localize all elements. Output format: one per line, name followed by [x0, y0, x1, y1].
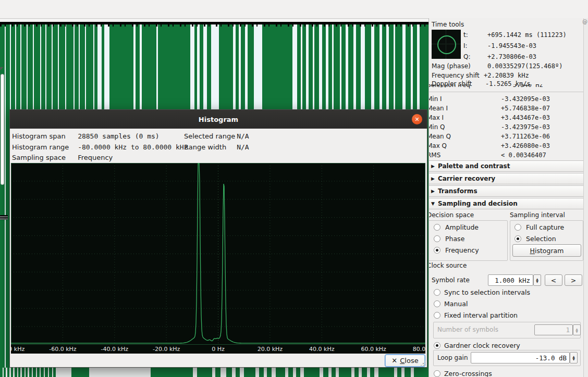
waterfall-signal-stripe — [267, 368, 272, 377]
axis-tick-label: -20.0 kHz — [153, 346, 180, 353]
stat-rms-label: RMS — [428, 152, 440, 159]
inspector-panel: Time tools t: +695.1442 ms (111223) I: -… — [428, 18, 583, 377]
symbol-rate-label: Symbol rate — [432, 277, 470, 284]
radio-amplitude[interactable] — [434, 224, 440, 231]
waterfall-signal-stripe — [332, 368, 336, 377]
q-value: +2.730806e-03 — [487, 53, 536, 60]
radio-sync-to-selection[interactable] — [434, 289, 440, 296]
symbol-rate-spinner[interactable]: ▲▼ — [533, 274, 541, 286]
waterfall-signal-stripe — [4, 368, 6, 377]
waterfall-signal-stripe — [397, 368, 401, 377]
histogram-plot[interactable]: -80.0 kHz-60.0 kHz-40.0 kHz-20.0 kHz0 Hz… — [11, 163, 425, 354]
section-label: Sampling and decision — [438, 200, 518, 207]
selection-freq-row-clipped: Selection freq 5.540 Hz — [429, 84, 583, 90]
waterfall-signal-stripe — [26, 368, 28, 377]
selection-freq-value: 5.540 Hz — [513, 84, 543, 89]
close-icon[interactable]: ✕ — [412, 114, 422, 124]
axis-tick-label: 20.0 kHz — [258, 346, 283, 353]
waterfall-signal-stripe — [339, 368, 351, 377]
radio-selection[interactable] — [514, 235, 521, 242]
waterfall-signal-stripe — [37, 368, 40, 377]
waterfall-signal-stripe — [354, 368, 359, 377]
waterfall-signal-stripe — [370, 368, 374, 377]
axis-tick-label: -80.0 kHz — [11, 346, 24, 353]
waterfall-signal-stripe — [197, 368, 212, 377]
stat-max-q-value: +3.426080e-03 — [501, 142, 550, 149]
waterfall-noise-edge2 — [0, 24, 428, 27]
loop-gain-spinner[interactable]: ▲▼ — [570, 352, 578, 363]
radio-frequency[interactable] — [434, 247, 440, 254]
i-value: -1.945543e-03 — [487, 42, 536, 49]
section-sampling-and-decision[interactable]: ▼ Sampling and decision — [429, 198, 583, 209]
range-width-label: Range width — [184, 143, 235, 151]
radio-full-capture-label: Full capture — [526, 223, 564, 231]
histogram-range-row: Histogram range -80.0000 kHz to 80.0000 … — [12, 143, 188, 152]
radio-phase[interactable] — [434, 235, 440, 242]
section-palette-and-contrast[interactable]: ▶ Palette and contrast — [429, 160, 583, 172]
expanded-arrow-icon: ▼ — [431, 201, 435, 206]
frequency-shift-label: Frequency shift — [432, 72, 480, 79]
stat-min-i-label: Min I — [428, 95, 442, 103]
axis-tick-label: 60.0 kHz — [361, 346, 386, 353]
scrollbar-thumb[interactable] — [1, 74, 4, 185]
divider — [429, 92, 583, 92]
histogram-span-label: Histogram span — [12, 132, 76, 140]
stat-max-i-label: Max I — [428, 114, 444, 121]
waterfall-signal-stripe — [414, 368, 428, 377]
waterfall-signal-stripe — [49, 368, 52, 377]
symbol-rate-input[interactable]: 1.000 kHz — [488, 274, 533, 286]
t-label: t: — [463, 31, 468, 39]
time-tools-title: Time tools — [432, 21, 464, 28]
waterfall-signal-stripe — [33, 368, 36, 377]
number-of-symbols-input[interactable]: 1 — [534, 324, 573, 335]
sampling-space-value: Frequency — [78, 154, 113, 161]
top-toolbar — [0, 0, 588, 19]
radio-fixed-interval[interactable] — [434, 312, 440, 319]
histogram-button[interactable]: Histogram — [512, 244, 581, 257]
panel-scrollbar[interactable] — [583, 18, 588, 377]
waterfall-signal-stripe — [22, 368, 24, 377]
frequency-axis: -80.0 kHz-60.0 kHz-40.0 kHz-20.0 kHz0 Hz… — [11, 345, 425, 354]
mag-phase-label: Mag (phase) — [432, 62, 471, 70]
radio-manual[interactable] — [434, 300, 440, 307]
close-button[interactable]: ✕ Close — [385, 354, 425, 367]
waterfall-signal-stripe — [304, 368, 320, 377]
stat-mean-i-value: +5.746838e-07 — [501, 105, 550, 112]
waterfall-signal-stripe — [288, 368, 293, 377]
radio-gardner-clock-recovery[interactable] — [434, 342, 440, 349]
waterfall-signal-stripe — [7, 368, 9, 377]
selected-range-label: Selected range — [184, 132, 235, 140]
close-button-label: Close — [400, 357, 418, 365]
loop-gain-label: Loop gain — [437, 354, 468, 361]
radio-phase-label: Phase — [445, 235, 464, 243]
stat-max-i-value: +3.443467e-03 — [501, 114, 550, 121]
symbol-rate-next-button[interactable]: > — [565, 274, 582, 286]
axis-tick-label: 40.0 kHz — [309, 346, 334, 353]
loop-gain-input[interactable]: -13.0 dB — [471, 352, 570, 363]
symbol-rate-prev-button[interactable]: < — [545, 274, 562, 286]
dialog-titlebar[interactable]: Histogram ✕ — [10, 110, 427, 129]
radio-manual-label: Manual — [444, 300, 468, 308]
waterfall-signal-stripe — [11, 368, 13, 377]
number-of-symbols-spinner[interactable]: ▲▼ — [573, 324, 581, 335]
histogram-dialog: Histogram ✕ Histogram span 28850 samples… — [9, 109, 427, 368]
axis-tick-label: 0 Hz — [212, 346, 225, 353]
section-transforms[interactable]: ▶ Transforms — [429, 185, 583, 197]
radio-full-capture[interactable] — [514, 224, 521, 231]
sampling-space-label: Sampling space — [12, 154, 76, 161]
waterfall-signal-stripe — [405, 368, 411, 377]
axis-tick-label: -60.0 kHz — [49, 346, 76, 353]
section-carrier-recovery[interactable]: ▶ Carrier recovery — [429, 173, 583, 184]
clock-source-label: Clock source — [428, 262, 467, 269]
sampling-space-row: Sampling space Frequency — [12, 154, 113, 162]
close-button-x-icon: ✕ — [391, 357, 397, 365]
section-label: Carrier recovery — [438, 175, 495, 182]
frequency-marker-handle[interactable] — [0, 215, 8, 220]
radio-zero-crossings[interactable] — [434, 370, 440, 377]
dialog-title: Histogram — [199, 116, 238, 123]
waterfall-signal-stripe — [215, 368, 220, 377]
range-width-row: Range width N/A — [184, 143, 249, 152]
scrollbar-arrow-icon[interactable]: ◤ — [0, 66, 3, 71]
histogram-trace — [11, 163, 425, 345]
app-window: Histogram ✕ Histogram span 28850 samples… — [0, 0, 588, 377]
